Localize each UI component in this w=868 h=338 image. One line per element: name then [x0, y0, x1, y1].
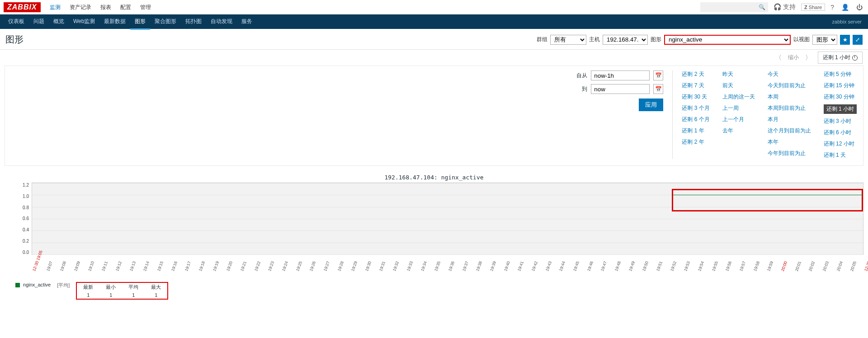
legend-swatch [15, 283, 20, 287]
x-tick: 19:49 [628, 261, 636, 272]
x-tick: 19:28 [337, 261, 344, 272]
apply-button[interactable]: 应用 [639, 99, 663, 111]
power-icon[interactable]: ⏻ [854, 4, 864, 11]
time-preset[interactable]: 还剩 6 个月 [682, 116, 709, 123]
submenu-item[interactable]: 仪表板 [4, 14, 29, 30]
sub-nav: 仪表板问题概览Web监测最新数据图形聚合图形拓扑图自动发现服务 zabbix s… [0, 14, 868, 29]
x-tick: 19:19 [212, 261, 220, 272]
from-input[interactable] [591, 70, 650, 80]
support-link[interactable]: 🎧 支持 [772, 3, 797, 11]
x-tick: 19:59 [766, 261, 774, 272]
time-preset[interactable]: 今天 [768, 70, 811, 78]
time-preset[interactable]: 还剩 5 分钟 [824, 70, 857, 78]
top-menu: 监测资产记录报表配置管理 [45, 0, 156, 14]
topmenu-item[interactable]: 管理 [136, 0, 156, 14]
view-select[interactable]: 图形 [812, 35, 837, 45]
time-preset[interactable]: 上一个月 [722, 116, 755, 123]
share-button[interactable]: Z Share [801, 4, 825, 11]
calendar-icon[interactable]: 📅 [653, 70, 663, 80]
graph-select[interactable]: nginx_active [664, 35, 791, 45]
time-preset[interactable]: 还剩 1 年 [682, 127, 709, 135]
topmenu-item[interactable]: 监测 [45, 0, 65, 14]
group-select[interactable]: 所有 [550, 35, 586, 45]
submenu-item[interactable]: 拓扑图 [181, 14, 206, 30]
submenu-item[interactable]: 服务 [237, 14, 257, 30]
prev-icon[interactable]: 〈 [774, 54, 783, 62]
calendar-icon[interactable]: 📅 [653, 84, 663, 94]
time-preset[interactable]: 还剩 2 天 [682, 70, 709, 78]
zoom-out[interactable]: 缩小 [788, 54, 799, 61]
time-preset[interactable]: 去年 [722, 127, 755, 135]
time-preset[interactable]: 昨天 [722, 70, 755, 78]
x-tick: 19:09 [73, 261, 81, 272]
host-select[interactable]: 192.168.47.104 [603, 35, 648, 45]
time-preset[interactable]: 还剩 7 天 [682, 82, 709, 89]
x-tick: 19:20 [226, 261, 233, 272]
time-filter-panel: 自从 📅 到 📅 应用 还剩 2 天还剩 7 天还剩 30 天还剩 3 个月还剩… [5, 66, 863, 166]
time-preset[interactable]: 还剩 3 个月 [682, 104, 709, 112]
x-tick: 20:01 [794, 261, 802, 272]
x-tick: 20:02 [808, 261, 816, 272]
search-icon[interactable]: 🔍 [759, 4, 765, 10]
time-preset[interactable]: 前天 [722, 82, 755, 89]
time-preset[interactable]: 还剩 30 分钟 [824, 93, 857, 101]
time-preset[interactable]: 还剩 3 小时 [824, 117, 857, 125]
x-tick: 19:43 [545, 261, 552, 272]
x-tick: 19:07 [46, 261, 53, 272]
submenu-item[interactable]: 聚合图形 [150, 14, 181, 30]
submenu-item[interactable]: 自动发现 [206, 14, 237, 30]
user-icon[interactable]: 👤 [840, 4, 851, 11]
x-tick: 19:51 [656, 261, 663, 272]
time-preset[interactable]: 还剩 30 天 [682, 93, 709, 101]
topmenu-item[interactable]: 报表 [96, 0, 116, 14]
time-preset[interactable]: 还剩 1 小时 [824, 104, 857, 114]
time-preset[interactable]: 本周到目前为止 [768, 104, 811, 112]
time-preset[interactable]: 上一周 [722, 104, 755, 112]
time-preset[interactable]: 本月 [768, 116, 811, 123]
time-preset[interactable]: 还剩 6 小时 [824, 129, 857, 136]
submenu-item[interactable]: 图形 [130, 14, 150, 30]
time-preset[interactable]: 这个月到目前为止 [768, 127, 811, 135]
x-tick: 19:47 [600, 261, 608, 272]
x-tick: 19:22 [254, 261, 261, 272]
graph-label: 图形 [651, 36, 661, 43]
time-preset[interactable]: 本年 [768, 138, 811, 146]
next-icon[interactable]: 〉 [803, 54, 813, 62]
to-input[interactable] [591, 84, 650, 94]
x-tick: 19:11 [101, 261, 108, 272]
x-tick: 19:50 [642, 261, 649, 272]
submenu-item[interactable]: Web监测 [69, 14, 99, 30]
time-preset[interactable]: 还剩 2 年 [682, 138, 709, 146]
submenu-item[interactable]: 最新数据 [99, 14, 130, 30]
time-range-tab[interactable]: 还剩 1 小时 [818, 52, 863, 64]
x-tick: 19:31 [378, 261, 386, 272]
x-tick: 19:33 [406, 261, 414, 272]
top-nav: ZABBIX 监测资产记录报表配置管理 🔍 🎧 支持 Z Share ? 👤 ⏻ [0, 0, 868, 14]
chart-title: 192.168.47.104: nginx_active [5, 170, 863, 183]
time-preset[interactable]: 还剩 15 分钟 [824, 82, 857, 89]
submenu-item[interactable]: 问题 [29, 14, 49, 30]
time-preset[interactable]: 还剩 1 天 [824, 151, 857, 159]
x-tick: 20:03 [822, 261, 830, 272]
x-tick: 19:16 [170, 261, 178, 272]
time-preset[interactable]: 还剩 12 小时 [824, 140, 857, 148]
x-tick: 19:24 [281, 261, 289, 272]
title-bar: 图形 群组 所有 主机 192.168.47.104 图形 nginx_acti… [0, 29, 868, 49]
time-preset[interactable]: 今年到目前为止 [768, 150, 811, 157]
x-tick: 19:12 [115, 261, 123, 272]
submenu-item[interactable]: 概览 [49, 14, 69, 30]
fullscreen-button[interactable]: ⤢ [853, 35, 863, 45]
time-preset[interactable]: 上周的这一天 [722, 93, 755, 101]
highlight-box [672, 189, 863, 211]
x-tick: 19:48 [614, 261, 622, 272]
x-tick: 19:56 [725, 261, 732, 272]
time-preset[interactable]: 本周 [768, 93, 811, 101]
favorite-button[interactable]: ★ [840, 35, 850, 45]
clock-icon [852, 55, 858, 61]
topmenu-item[interactable]: 资产记录 [65, 0, 96, 14]
topmenu-item[interactable]: 配置 [116, 0, 136, 14]
to-label: 到 [582, 85, 587, 93]
time-preset[interactable]: 今天到目前为止 [768, 82, 811, 89]
help-icon[interactable]: ? [829, 4, 836, 11]
search-input[interactable] [700, 2, 768, 12]
